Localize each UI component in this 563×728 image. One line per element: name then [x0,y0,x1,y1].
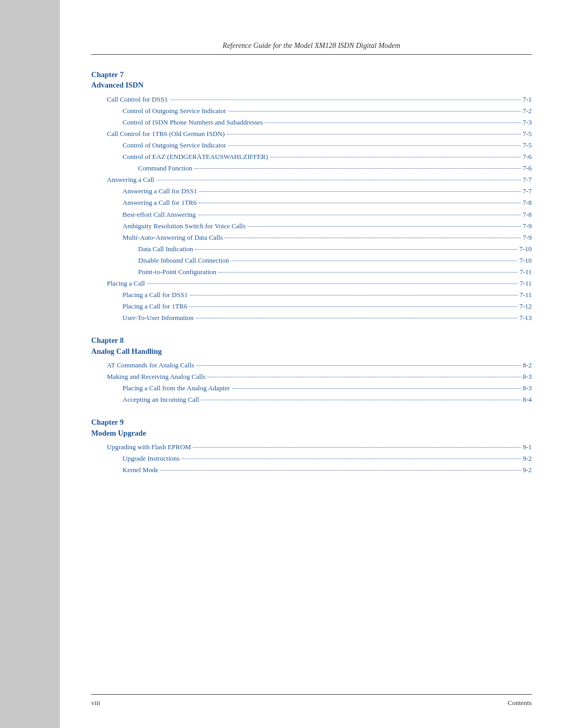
toc-dots [195,318,517,318]
toc-dots [181,459,520,459]
toc-entry-text: Command Function [138,163,192,174]
toc-entry[interactable]: Answering a Call for DSS17-7 [91,186,532,197]
toc-entry[interactable]: Kernel Mode9-2 [91,464,532,476]
toc-entry[interactable]: Placing a Call for DSS17-11 [91,289,532,301]
main-content: Reference Guide for the Model XM128 ISDN… [60,0,563,728]
toc-entry-text: Control of EAZ (ENDGERÄTEAUSWAHLZIFFER) [123,151,268,163]
toc-entry-text: Best-effort Call Answering [123,209,196,220]
toc-entry[interactable]: Command Function7-6 [91,163,532,174]
toc-dots [228,111,521,112]
toc-dots [156,180,521,180]
toc-dots [147,283,518,284]
toc-entry[interactable]: AT Commands for Analog Calls8-2 [91,360,532,371]
footer-section-label: Contents [508,699,532,707]
toc-entry-page: 7-8 [523,197,532,208]
toc-dots [248,226,521,227]
toc-entry[interactable]: Placing a Call7-11 [91,278,532,289]
toc-entry-text: Placing a Call for DSS1 [123,289,188,301]
toc-dots [194,168,521,169]
toc-dots [218,272,518,273]
toc-entry[interactable]: Data Call Indication7-10 [91,243,532,255]
toc-entry-page: 7-7 [523,174,532,186]
toc-entry-page: 7-3 [523,117,532,128]
toc-entry[interactable]: Control of Outgoing Service Indicator7-5 [91,140,532,151]
toc-dots [190,295,518,295]
toc-entry[interactable]: Call Control for DSS17-1 [91,94,532,105]
toc-dots [193,447,520,448]
toc-entry[interactable]: Placing a Call for 1TR67-12 [91,301,532,312]
toc-entry-text: AT Commands for Analog Calls [107,360,194,371]
toc-entry-text: Ambiguity Resolution Switch for Voice Ca… [123,220,246,232]
toc-entry-text: Accepting an Incoming Call [123,394,199,405]
toc-entry-page: 7-13 [519,312,532,324]
toc-entry[interactable]: Multi-Auto-Answering of Data Calls7-9 [91,232,532,243]
page-footer: viii Contents [91,694,532,707]
toc-entry[interactable]: Upgrading with Flash EPROM9-1 [91,441,532,453]
toc-entry-text: Point-to-Point Configuration [138,266,216,278]
toc-entry-page: 8-3 [523,382,532,394]
toc-dots [195,249,517,250]
toc-entry[interactable]: User-To-User Information7-13 [91,312,532,324]
toc-entry-text: Call Control for DSS1 [107,94,168,105]
toc-entry[interactable]: Making and Receiving Analog Calls8-3 [91,371,532,382]
toc-entry[interactable]: Placing a Call from the Analog Adapter8-… [91,382,532,394]
toc-entry-page: 7-11 [520,278,532,289]
toc-entry[interactable]: Point-to-Point Configuration7-11 [91,266,532,278]
toc-entry[interactable]: Accepting an Incoming Call8-4 [91,394,532,405]
toc-entry-page: 7-1 [523,94,532,105]
toc-entry-page: 7-11 [520,289,532,301]
toc-entry-page: 7-10 [519,255,532,266]
toc-entry-page: 7-5 [523,140,532,151]
toc-entry-text: Control of Outgoing Service Indicator [123,140,226,151]
toc-entry-page: 7-7 [523,186,532,197]
toc-dots [199,191,521,192]
toc-entry[interactable]: Answering a Call for 1TR67-8 [91,197,532,208]
toc-entry-text: Control of ISDN Phone Numbers and Subadd… [123,117,263,128]
chapter8-section: Chapter 8Analog Call HandlingAT Commands… [91,335,532,405]
toc-entry-text: Answering a Call for 1TR6 [123,197,197,208]
toc-entry-text: Upgrading with Flash EPROM [107,441,191,453]
toc-entry-page: 7-12 [519,301,532,312]
toc-entry[interactable]: Control of EAZ (ENDGERÄTEAUSWAHLZIFFER)7… [91,151,532,163]
toc-entry-page: 7-9 [523,232,532,243]
chapter7-section: Chapter 7Advanced ISDNCall Control for D… [91,69,532,324]
toc-entry[interactable]: Ambiguity Resolution Switch for Voice Ca… [91,220,532,232]
toc-entry-page: 8-2 [523,360,532,371]
toc-entry[interactable]: Control of ISDN Phone Numbers and Subadd… [91,117,532,128]
toc-entry-page: 7-6 [523,163,532,174]
toc-dots [189,306,517,307]
toc-entry-text: User-To-User Information [123,312,193,324]
toc-dots [196,365,520,366]
toc-entry-page: 7-11 [520,266,532,278]
toc-entry[interactable]: Best-effort Call Answering7-8 [91,209,532,220]
toc-dots [228,145,521,146]
toc-dots [161,470,521,471]
toc-dots [207,377,520,377]
toc-entry-text: Data Call Indication [138,243,193,255]
toc-entry-text: Placing a Call [107,278,145,289]
toc-entry-page: 7-10 [519,243,532,255]
toc-entry-page: 7-6 [523,151,532,163]
toc-entry[interactable]: Call Control for 1TR6 (Old German ISDN)7… [91,128,532,140]
chapter7-subtitle: Advanced ISDN [91,80,532,90]
header-line: Reference Guide for the Model XM128 ISDN… [91,42,532,55]
chapter8-label: Chapter 8 [91,335,532,346]
toc-dots [270,157,521,157]
toc-dots [232,388,521,389]
toc-entry-text: Control of Outgoing Service Indicator [123,105,226,117]
toc-entry[interactable]: Answering a Call7-7 [91,174,532,186]
toc-dots [198,215,521,215]
toc-entry-text: Answering a Call [107,174,154,186]
toc-entry[interactable]: Control of Outgoing Service Indicator7-2 [91,105,532,117]
chapter9-subtitle: Modem Upgrade [91,428,532,438]
toc-entry-text: Answering a Call for DSS1 [123,186,197,197]
toc-entry[interactable]: Upgrade Instructions9-2 [91,453,532,464]
toc-dots [227,134,521,134]
chapter7-label: Chapter 7 [91,69,532,80]
toc-entry[interactable]: Disable Inbound Call Connection7-10 [91,255,532,266]
toc-entry-text: Call Control for 1TR6 (Old German ISDN) [107,128,225,140]
page-container: Reference Guide for the Model XM128 ISDN… [0,0,563,728]
toc-entry-text: Kernel Mode [123,464,158,476]
toc-dots [265,122,520,123]
toc-entry-text: Placing a Call for 1TR6 [123,301,187,312]
